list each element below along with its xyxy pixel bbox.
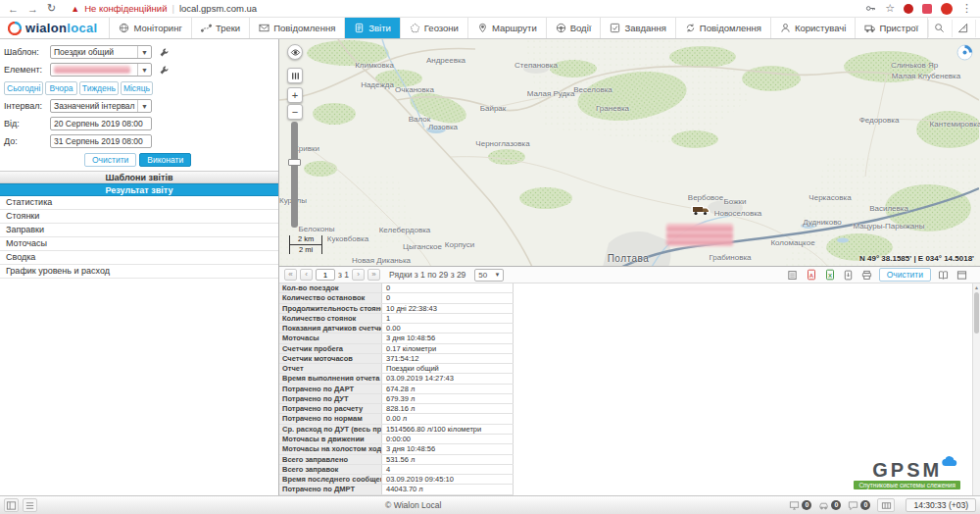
map-zoom-slider[interactable] [291, 122, 298, 228]
map-compass-icon[interactable] [956, 44, 973, 61]
quick-range-0[interactable]: Сьогодні [4, 81, 43, 95]
steering-wheel-icon [556, 23, 566, 33]
element-settings-wrench-icon[interactable] [157, 63, 172, 77]
quick-range-1[interactable]: Вчора [45, 81, 77, 95]
tab-users[interactable]: Користувачі [771, 18, 856, 38]
browser-forward-button[interactable]: → [27, 3, 38, 15]
tab-drivers[interactable]: Водії [547, 18, 602, 38]
result-section-item[interactable]: Заправки [0, 224, 278, 237]
result-section-item[interactable]: Статистика [0, 196, 278, 210]
address-bar[interactable]: ▲ Не конфіденційний | local.gpsm.com.ua [71, 3, 257, 14]
tab-routes[interactable]: Маршрути [468, 18, 547, 38]
tab-drivers-label: Водії [570, 23, 592, 33]
section-report-templates[interactable]: Шаблони звітів [0, 171, 278, 183]
excel-export-icon[interactable]: X [823, 268, 837, 282]
from-date-input[interactable] [50, 117, 152, 130]
page-number-input[interactable] [316, 269, 335, 281]
result-section-item[interactable]: Сводка [0, 251, 278, 265]
gpsm-slogan: Спутниковые системы слежения [854, 481, 960, 489]
template-settings-wrench-icon[interactable] [157, 45, 172, 60]
first-page-button[interactable]: « [284, 269, 297, 281]
apps-grid-icon[interactable] [975, 20, 980, 37]
search-icon[interactable] [928, 20, 950, 37]
to-date-input[interactable] [50, 134, 152, 148]
map-place-label: Черноглазовка [475, 139, 529, 148]
ruler-icon[interactable] [952, 20, 973, 37]
map-layers-button[interactable] [287, 68, 303, 83]
quick-range-3[interactable]: Місяць [121, 81, 153, 95]
scrollbar-up-icon[interactable]: ▲ [973, 283, 980, 291]
map-zoom-in-button[interactable]: + [287, 87, 303, 103]
book-pages-icon[interactable] [936, 268, 950, 282]
key-icon[interactable] [865, 3, 876, 14]
tab-notifications[interactable]: Повідомлення [676, 18, 771, 38]
section-report-result[interactable]: Результат звіту [0, 183, 278, 196]
result-section-item[interactable]: График уровень и расход [0, 265, 278, 279]
tab-reports[interactable]: Звіти [345, 18, 401, 38]
chevron-down-icon: ▼ [137, 64, 148, 76]
copy-table-icon[interactable] [786, 268, 800, 282]
map-place-label: Келебердовка [379, 226, 431, 234]
report-scrollbar[interactable]: ▲ [972, 283, 980, 495]
map-zoom-out-button[interactable]: − [287, 104, 303, 120]
tab-monitoring[interactable]: Моніторинг [110, 18, 192, 38]
scrollbar-thumb[interactable] [974, 292, 979, 334]
row-value: 03.09.2019 09:45:10 [382, 475, 514, 484]
person-icon [780, 23, 791, 33]
table-row: Количество стоянок1 [279, 314, 514, 324]
browser-back-button[interactable]: ← [8, 3, 19, 15]
row-value: 371:54:12 [382, 354, 514, 363]
tab-units[interactable]: Пристрої [856, 18, 928, 38]
map[interactable]: КлимковкаАндреевкаСтепановкаНадеждаОчкан… [279, 39, 980, 267]
grid-icon[interactable] [877, 498, 895, 512]
map-eye-button[interactable] [287, 44, 303, 60]
report-clear-button[interactable]: Очистити [879, 268, 931, 282]
car-counter[interactable]: 0 [818, 500, 841, 511]
browser-menu-icon[interactable]: ⋮ [961, 2, 972, 15]
result-section-item[interactable]: Моточасы [0, 237, 278, 251]
browser-avatar[interactable] [941, 3, 953, 15]
browser-reload-button[interactable]: ↻ [47, 2, 56, 15]
wialon-logo[interactable]: wialonlocal [0, 18, 110, 38]
bookmark-star-icon[interactable]: ☆ [885, 2, 895, 15]
print-icon[interactable] [860, 268, 874, 282]
chevron-down-icon: ▼ [494, 272, 500, 278]
window-icon[interactable] [955, 268, 968, 282]
extension-icon-2[interactable] [922, 4, 932, 14]
list-icon[interactable] [23, 498, 37, 512]
extension-icon-1[interactable] [904, 4, 913, 14]
row-label: Время выполнения отчета [279, 374, 382, 383]
row-label: Счетчик пробега [279, 344, 382, 353]
quick-range-2[interactable]: Тиждень [79, 81, 119, 95]
row-value: 531.56 л [382, 455, 514, 464]
interval-value: Зазначений інтервал [54, 101, 135, 111]
monitor-counter[interactable]: 0 [789, 500, 811, 511]
interval-select[interactable]: Зазначений інтервал ▼ [50, 99, 152, 113]
row-label: Время последнего сообщения [279, 475, 382, 484]
page-size-select[interactable]: 50 ▼ [474, 269, 504, 282]
tab-messages[interactable]: Повідомлення [250, 18, 345, 38]
chat-counter[interactable]: 0 [848, 500, 870, 511]
clear-button[interactable]: Очистити [84, 153, 136, 167]
next-page-button[interactable]: › [352, 269, 365, 281]
prev-page-button[interactable]: ‹ [300, 269, 313, 281]
pdf-export-icon[interactable]: A [805, 268, 818, 282]
table-row: Моточасы в движении0:00:00 [279, 435, 514, 444]
table-row: Время выполнения отчета03.09.2019 14:27:… [279, 374, 514, 384]
zoom-slider-handle[interactable] [288, 159, 301, 166]
from-label: Від: [4, 119, 50, 128]
map-place-label: Лозовка [428, 123, 458, 131]
row-label: Количество стоянок [279, 314, 382, 323]
file-export-icon[interactable] [842, 268, 856, 282]
panel-icon[interactable] [4, 498, 19, 512]
execute-button[interactable]: Виконати [139, 153, 191, 167]
result-section-item[interactable]: Стоянки [0, 210, 278, 224]
template-select[interactable]: Поездки общий ▼ [50, 45, 152, 59]
tab-tracks[interactable]: Треки [192, 18, 250, 38]
tab-jobs[interactable]: Завдання [601, 18, 675, 38]
element-select[interactable]: ▼ [50, 63, 152, 77]
last-page-button[interactable]: » [368, 269, 380, 281]
tab-geofences[interactable]: Геозони [401, 18, 468, 38]
table-row: Потрачено по расчету828.16 л [279, 404, 514, 414]
vehicle-marker-icon[interactable] [691, 204, 710, 217]
